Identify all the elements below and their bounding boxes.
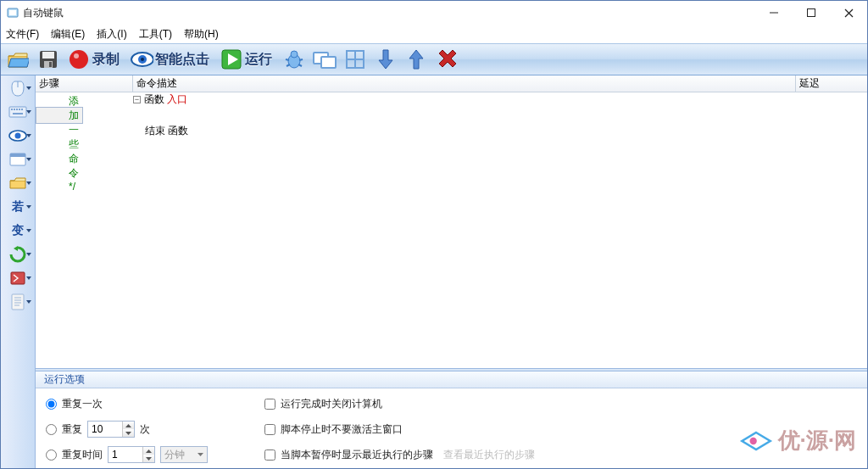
svg-rect-32	[14, 109, 15, 110]
main-area: 步骤 命令描述 延迟 − 函数 入口 /* 在这里添加一些命令 */	[36, 75, 867, 468]
svg-marker-37	[26, 110, 31, 114]
col-step[interactable]: 步骤	[36, 75, 133, 92]
smartclick-button[interactable]: 智能点击	[128, 46, 214, 73]
svg-line-22	[298, 64, 302, 66]
script-rows[interactable]: − 函数 入口 /* 在这里添加一些命令 */ 结束 函数	[36, 92, 867, 368]
svg-line-21	[287, 64, 290, 66]
open-button[interactable]	[4, 46, 31, 73]
grid-tool-button[interactable]	[342, 46, 369, 73]
window-tool-button[interactable]	[311, 46, 338, 73]
svg-marker-29	[26, 87, 31, 90]
close-button[interactable]	[830, 1, 867, 25]
run-button[interactable]: 运行	[218, 46, 277, 73]
svg-marker-61	[198, 453, 203, 456]
svg-rect-33	[16, 109, 18, 110]
lt-var[interactable]: 变	[3, 220, 33, 242]
col-delay[interactable]: 延迟	[796, 75, 867, 92]
svg-point-11	[74, 53, 79, 59]
minimize-button[interactable]	[755, 1, 793, 25]
svg-point-10	[70, 50, 88, 69]
lt-keyboard[interactable]	[3, 101, 33, 123]
lt-mouse[interactable]	[3, 77, 33, 99]
row-end[interactable]: 结束 函数	[36, 124, 867, 137]
svg-rect-51	[12, 294, 24, 310]
svg-point-14	[141, 58, 144, 61]
repeat-count[interactable]	[87, 421, 135, 438]
lt-eye[interactable]	[3, 125, 33, 147]
svg-marker-44	[26, 181, 31, 185]
lt-if[interactable]: 若	[3, 196, 33, 218]
maximize-button[interactable]	[793, 1, 830, 25]
svg-marker-56	[26, 300, 31, 304]
collapse-icon[interactable]: −	[133, 96, 141, 103]
svg-marker-43	[26, 158, 31, 161]
svg-marker-46	[26, 229, 31, 232]
row-comment[interactable]: /* 在这里添加一些命令 */	[36, 107, 83, 124]
lt-doc[interactable]	[3, 291, 33, 313]
radio-repeat-once[interactable]: 重复一次	[46, 395, 264, 412]
chk-noactivate[interactable]: 脚本停止时不要激活主窗口	[264, 421, 859, 438]
svg-line-19	[286, 59, 289, 60]
chk-shutdown[interactable]: 运行完成时关闭计算机	[264, 395, 859, 412]
svg-rect-30	[9, 107, 26, 117]
debug-button[interactable]	[281, 46, 308, 73]
window-buttons	[755, 1, 867, 25]
lt-folder[interactable]	[3, 172, 33, 194]
panel-title: 运行选项	[36, 371, 867, 388]
svg-rect-7	[42, 52, 54, 59]
svg-marker-50	[26, 276, 31, 280]
svg-line-20	[299, 59, 303, 60]
menu-tools[interactable]: 工具(T)	[139, 27, 172, 42]
svg-rect-36	[13, 113, 23, 114]
svg-rect-31	[11, 109, 13, 110]
svg-marker-58	[125, 432, 131, 435]
lt-cycle[interactable]	[3, 243, 33, 265]
window: 自动键鼠 文件(F) 编辑(E) 插入(I) 工具(T) 帮助(H) 录制 智能…	[0, 0, 868, 469]
body: 若 变 步骤 命令描述 延迟 − 函数 入口	[1, 75, 867, 468]
menu-edit[interactable]: 编辑(E)	[51, 27, 85, 42]
menu-file[interactable]: 文件(F)	[6, 27, 39, 42]
svg-marker-59	[146, 449, 152, 453]
app-icon	[6, 6, 19, 20]
delete-button[interactable]	[433, 46, 460, 73]
lt-script[interactable]	[3, 267, 33, 289]
svg-rect-42	[10, 154, 25, 157]
window-title: 自动键鼠	[23, 6, 64, 20]
column-header: 步骤 命令描述 延迟	[36, 75, 867, 92]
menu-help[interactable]: 帮助(H)	[184, 27, 219, 42]
svg-point-18	[291, 51, 298, 58]
arrow-up-button[interactable]	[403, 46, 430, 73]
radio-repeat-time[interactable]: 重复时间 分钟	[46, 446, 264, 463]
titlebar: 自动键鼠	[1, 1, 867, 25]
run-options-panel: 重复一次 重复 次 重复时间 分钟 运行完成时关闭计算机 脚本停止时不要激活主窗…	[36, 388, 867, 468]
svg-rect-34	[19, 109, 20, 110]
radio-repeat-n[interactable]: 重复 次	[46, 421, 264, 438]
save-button[interactable]	[35, 46, 62, 73]
repeat-time-unit[interactable]: 分钟	[160, 446, 208, 463]
svg-marker-40	[26, 134, 31, 137]
left-toolbar: 若 变	[1, 75, 36, 468]
menu-insert[interactable]: 插入(I)	[97, 27, 126, 42]
menubar: 文件(F) 编辑(E) 插入(I) 工具(T) 帮助(H)	[1, 25, 867, 43]
lt-window[interactable]	[3, 148, 33, 170]
row-func[interactable]: − 函数 入口	[36, 92, 867, 106]
svg-rect-24	[321, 57, 336, 68]
svg-rect-1	[9, 10, 16, 15]
svg-rect-9	[49, 62, 52, 67]
svg-point-39	[15, 133, 21, 139]
recent-steps-hint: 查看最近执行的步骤	[443, 448, 535, 462]
repeat-time-val[interactable]	[108, 446, 155, 463]
svg-marker-48	[26, 253, 31, 256]
col-desc[interactable]: 命令描述	[133, 75, 796, 92]
svg-rect-3	[808, 9, 815, 17]
svg-rect-35	[21, 109, 23, 110]
svg-marker-60	[146, 457, 152, 461]
svg-marker-57	[125, 424, 131, 427]
chk-showrecent[interactable]: 当脚本暂停时显示最近执行的步骤查看最近执行的步骤	[264, 446, 859, 463]
record-button[interactable]: 录制	[65, 46, 125, 73]
svg-marker-45	[26, 205, 31, 209]
svg-marker-47	[14, 246, 18, 251]
toolbar: 录制 智能点击 运行	[1, 43, 867, 75]
arrow-down-button[interactable]	[372, 46, 399, 73]
